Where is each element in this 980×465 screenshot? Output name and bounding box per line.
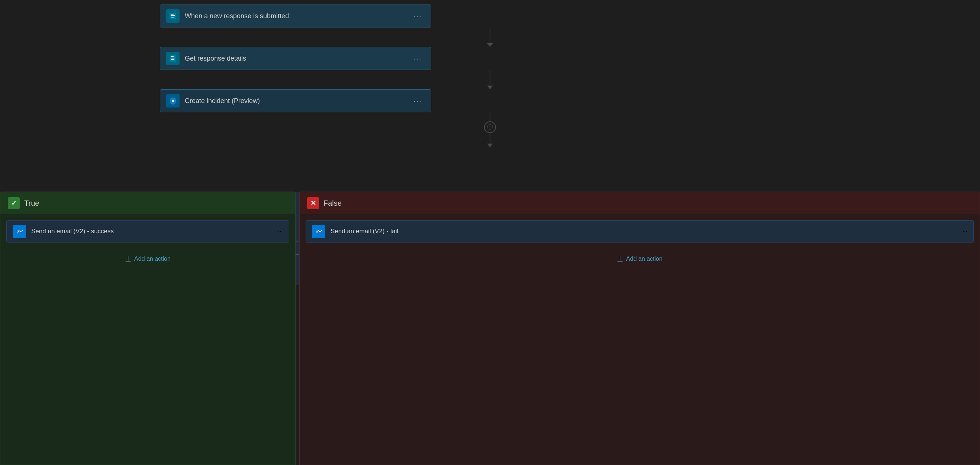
true-header: ✓ True [0, 192, 295, 214]
get-response-label: Get response details [185, 55, 405, 62]
trigger-node[interactable]: When a new response is submitted ··· [160, 5, 431, 27]
flow-canvas: When a new response is submitted ··· Get… [0, 0, 980, 465]
false-add-action[interactable]: ⊥ Add an action [300, 248, 980, 269]
outlook-icon-true: O [13, 225, 26, 238]
info-circle[interactable]: ⓘ [484, 121, 496, 133]
true-action-more[interactable]: ··· [278, 228, 283, 235]
true-action-label: Send an email (V2) - success [31, 228, 273, 235]
create-incident-more[interactable]: ··· [410, 95, 425, 107]
arrow-2 [487, 86, 493, 89]
svg-rect-5 [171, 56, 173, 57]
true-action-node[interactable]: O Send an email (V2) - success ··· [6, 220, 289, 242]
connector-3b [490, 133, 490, 144]
false-header: ✕ False [300, 192, 980, 214]
svg-text:O: O [17, 230, 19, 233]
true-panel: ✓ True O Send an email (V2) - success ··… [0, 191, 296, 465]
trigger-label: When a new response is submitted [185, 12, 405, 20]
true-add-action[interactable]: ⊥ Add an action [0, 248, 295, 269]
svg-rect-2 [171, 15, 175, 16]
false-action-node[interactable]: O Send an email (V2) - fail ··· [305, 220, 974, 242]
false-panel: ✕ False O Send an email (V2) - fail ··· [299, 191, 980, 465]
true-add-icon: ⊥ [125, 255, 131, 263]
true-label: True [24, 199, 39, 208]
svg-rect-7 [171, 59, 174, 60]
arrow-1 [487, 43, 493, 47]
forms-icon [166, 9, 180, 23]
true-badge: ✓ [8, 197, 20, 209]
true-content: O Send an email (V2) - success ··· [0, 214, 295, 248]
create-incident-node[interactable]: Create incident (Preview) ··· [160, 89, 431, 112]
forms-icon-2 [166, 52, 180, 65]
svg-text:O: O [316, 230, 318, 233]
arrow-3 [487, 143, 493, 147]
false-content: O Send an email (V2) - fail ··· [300, 214, 980, 248]
trigger-more[interactable]: ··· [410, 10, 425, 22]
false-badge: ✕ [307, 197, 319, 209]
get-response-more[interactable]: ··· [410, 53, 425, 64]
sentinel-icon [166, 94, 180, 108]
info-icon: ⓘ [487, 124, 493, 131]
get-response-node[interactable]: Get response details ··· [160, 47, 431, 70]
false-add-icon: ⊥ [617, 255, 623, 263]
false-add-label: Add an action [626, 256, 662, 262]
false-label: False [323, 199, 342, 208]
true-add-label: Add an action [134, 256, 171, 262]
false-x-icon: ✕ [310, 199, 316, 207]
svg-rect-1 [171, 14, 173, 14]
create-incident-label: Create incident (Preview) [185, 97, 405, 105]
false-action-more[interactable]: ··· [963, 228, 967, 235]
false-action-label: Send an email (V2) - fail [331, 228, 957, 235]
true-check-icon: ✓ [11, 199, 17, 207]
connector-1 [490, 27, 490, 44]
svg-rect-6 [171, 58, 175, 58]
outlook-icon-false: O [312, 225, 325, 238]
svg-point-8 [172, 100, 174, 102]
svg-rect-3 [171, 17, 174, 18]
connector-2 [490, 70, 490, 87]
